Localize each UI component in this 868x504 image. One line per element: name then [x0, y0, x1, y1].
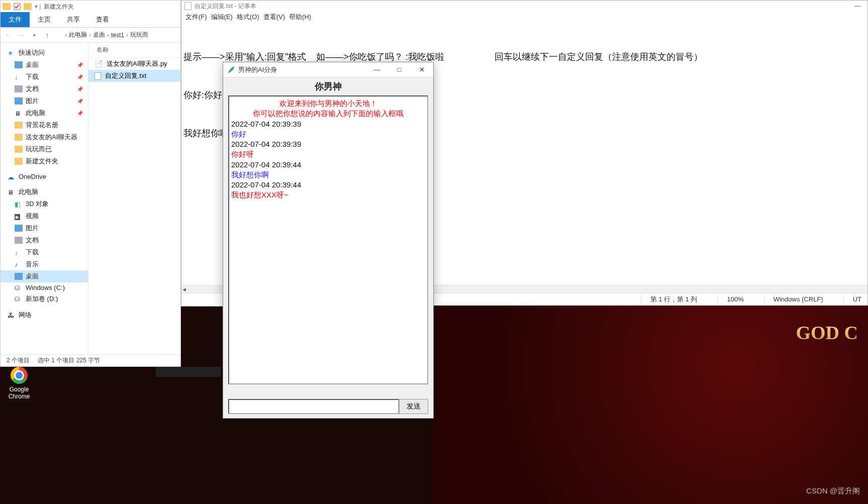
- nav-label: 图片: [26, 96, 39, 106]
- dropdown-icon[interactable]: ▾: [30, 31, 39, 40]
- qat-checkbox-icon[interactable]: [14, 3, 21, 10]
- nav-pictures[interactable]: 图片: [1, 222, 88, 234]
- nav-3d[interactable]: 3D 对象: [1, 198, 88, 210]
- folder-icon: [3, 3, 11, 10]
- crumb[interactable]: 桌面: [93, 31, 105, 39]
- nav-onedrive[interactable]: OneDrive: [1, 171, 88, 182]
- menu-edit[interactable]: 编辑(E): [211, 13, 233, 22]
- menu-view[interactable]: 查看(V): [263, 13, 285, 22]
- selection-info: 选中 1 个项目 225 字节: [38, 356, 100, 365]
- minimize-button[interactable]: —: [847, 1, 867, 12]
- crumb[interactable]: 玩玩而: [130, 31, 148, 39]
- pin-icon: 📌: [77, 62, 83, 68]
- document-icon: [15, 85, 23, 92]
- file-row[interactable]: 送女友的AI聊天器.py: [88, 58, 180, 70]
- picture-icon: [15, 97, 23, 105]
- maximize-button[interactable]: □: [388, 62, 411, 77]
- nav-label: 下载: [26, 248, 39, 257]
- breadcrumb[interactable]: ›此电脑 ›桌面 ›test1 ›玩玩而: [56, 31, 177, 39]
- nav-videos[interactable]: 视频: [1, 210, 88, 222]
- message-input[interactable]: [228, 399, 399, 414]
- crumb[interactable]: 此电脑: [69, 31, 87, 39]
- chrome-icon: [11, 367, 28, 384]
- notepad-titlebar[interactable]: 自定义回复.txt - 记事本 —: [181, 1, 867, 12]
- bot-message: 你好呀: [231, 149, 425, 159]
- item-count: 2 个项目: [7, 356, 30, 365]
- nav-label: 送女友的AI聊天器: [26, 133, 77, 142]
- forward-icon[interactable]: →: [17, 31, 26, 40]
- drive-icon: [15, 284, 23, 291]
- bot-message: 我也好想XXX呀~: [231, 190, 425, 200]
- nav-downloads[interactable]: 下载: [1, 246, 88, 258]
- chat-heading: 你男神: [223, 77, 433, 95]
- pin-icon: 📌: [77, 74, 83, 80]
- nav-downloads[interactable]: 下载📌: [1, 71, 88, 83]
- download-icon: [15, 73, 23, 80]
- nav-documents[interactable]: 文档: [1, 234, 88, 246]
- nav-label: OneDrive: [19, 173, 46, 180]
- nav-label: 桌面: [26, 272, 39, 281]
- menu-format[interactable]: 格式(O): [237, 13, 259, 22]
- nav-folder[interactable]: 背景花名册: [1, 119, 88, 131]
- menu-file[interactable]: 文件(F): [185, 13, 207, 22]
- nav-drive-d[interactable]: 新加卷 (D:): [1, 293, 88, 305]
- nav-label: 新加卷 (D:): [26, 294, 58, 304]
- status-bar: 2 个项目 选中 1 个项目 225 字节: [1, 354, 180, 366]
- watermark: CSDN @晋升阁: [806, 486, 860, 496]
- nav-thispc-pinned[interactable]: 此电脑📌: [1, 107, 88, 119]
- tab-home[interactable]: 主页: [30, 12, 59, 27]
- menu-help[interactable]: 帮助(H): [289, 13, 311, 22]
- tab-file[interactable]: 文件: [1, 12, 30, 27]
- tab-share[interactable]: 共享: [59, 12, 88, 27]
- nav-music[interactable]: 音乐: [1, 258, 88, 270]
- file-name: 送女友的AI聊天器.py: [107, 59, 167, 68]
- network-icon: [8, 312, 16, 319]
- send-button[interactable]: 发送: [399, 399, 428, 414]
- close-button[interactable]: ✕: [411, 62, 433, 77]
- line-ending: Windows (CRLF): [764, 295, 823, 303]
- address-bar: ← → ▾ ↑ ›此电脑 ›桌面 ›test1 ›玩玩而: [1, 28, 180, 43]
- ribbon-tabs: 文件 主页 共享 查看: [1, 13, 180, 28]
- up-icon[interactable]: ↑: [43, 31, 52, 40]
- text-file-icon: [94, 72, 101, 80]
- back-icon[interactable]: ←: [4, 31, 13, 40]
- video-icon: [15, 213, 23, 220]
- nav-desktop[interactable]: 桌面📌: [1, 59, 88, 71]
- chat-log[interactable]: 欢迎来到你与男神的小天地！ 你可以把你想说的内容输入到下面的输入框哦 2022-…: [228, 95, 428, 384]
- chatbot-window: 男神的AI分身 — □ ✕ 你男神 欢迎来到你与男神的小天地！ 你可以把你想说的…: [223, 62, 434, 419]
- timestamp: 2022-07-04 20:39:44: [231, 180, 425, 190]
- minimize-button[interactable]: —: [365, 62, 388, 77]
- explorer-titlebar[interactable]: ▾ | 新建文件夹: [1, 1, 180, 13]
- text-file-icon: [184, 2, 191, 10]
- tk-titlebar[interactable]: 男神的AI分身 — □ ✕: [223, 62, 433, 77]
- nav-label: Windows (C:): [26, 284, 65, 291]
- nav-pictures[interactable]: 图片📌: [1, 95, 88, 107]
- file-list: 名称 送女友的AI聊天器.py 自定义回复.txt: [88, 43, 180, 354]
- nav-folder[interactable]: 玩玩而已: [1, 143, 88, 155]
- file-row[interactable]: 自定义回复.txt: [88, 70, 180, 82]
- nav-label: 新建文件夹: [26, 157, 58, 166]
- window-title: 男神的AI分身: [238, 65, 277, 74]
- file-name: 自定义回复.txt: [105, 71, 146, 80]
- column-header-name[interactable]: 名称: [88, 43, 180, 58]
- nav-drive-c[interactable]: Windows (C:): [1, 282, 88, 293]
- nav-label: 下载: [26, 72, 39, 81]
- nav-network[interactable]: 网络: [1, 309, 88, 321]
- chrome-shortcut[interactable]: Google Chrome: [4, 367, 34, 400]
- nav-label: 桌面: [26, 60, 39, 69]
- welcome-text: 欢迎来到你与男神的小天地！: [231, 98, 425, 109]
- window-title: 新建文件夹: [44, 3, 74, 11]
- nav-folder[interactable]: 送女友的AI聊天器: [1, 131, 88, 143]
- folder-icon: [15, 134, 23, 141]
- nav-thispc[interactable]: 此电脑: [1, 186, 88, 198]
- nav-quick-access[interactable]: 快速访问: [1, 47, 88, 59]
- nav-label: 文档: [26, 236, 39, 245]
- nav-documents[interactable]: 文档📌: [1, 83, 88, 95]
- pin-icon: 📌: [77, 111, 83, 116]
- tab-view[interactable]: 查看: [88, 12, 117, 27]
- nav-folder[interactable]: 新建文件夹: [1, 155, 88, 167]
- crumb[interactable]: test1: [111, 32, 124, 39]
- nav-desktop[interactable]: 桌面: [1, 270, 88, 282]
- nav-label: 此电脑: [19, 187, 38, 196]
- picture-icon: [15, 225, 23, 232]
